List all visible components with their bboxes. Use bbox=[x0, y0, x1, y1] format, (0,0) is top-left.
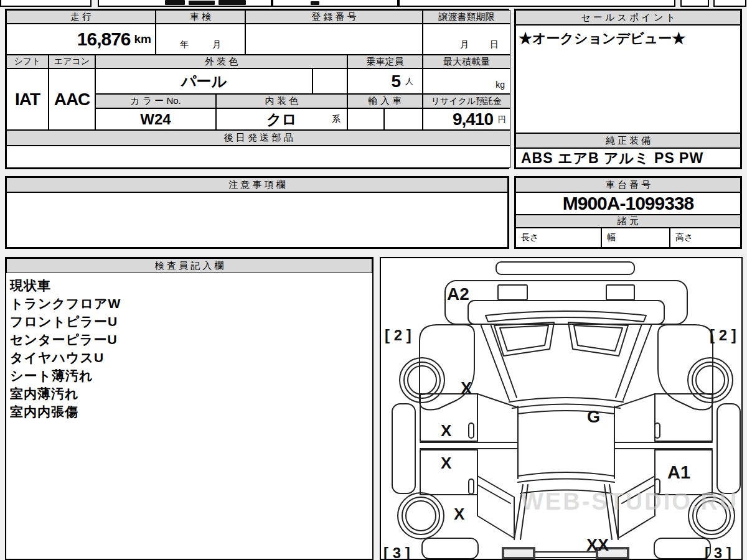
equipment-header-label: 純 正 装 備 bbox=[606, 135, 651, 147]
windshield-pane-right bbox=[568, 322, 628, 356]
front-left-wheel bbox=[400, 358, 444, 403]
sales-point-header: セ ー ル ス ポ イ ン ト bbox=[515, 10, 741, 25]
damage-label-xx-rear: XX bbox=[586, 536, 609, 555]
mileage-unit: km bbox=[134, 32, 151, 46]
auction-sheet: 走 行 車 検 登 録 番 号 譲渡書類期限 16,876 km 年 月 月 日… bbox=[0, 0, 747, 560]
import-cell-a bbox=[347, 108, 384, 130]
max-load-header: 最大積載量 bbox=[423, 55, 510, 68]
mileage-header: 走 行 bbox=[6, 10, 156, 24]
aircon-header: エアコン bbox=[49, 55, 95, 68]
recycle-fee-cell: 9,410 円 bbox=[423, 108, 510, 130]
cowl-lines bbox=[509, 398, 623, 408]
color-no-cell: W24 bbox=[95, 108, 216, 130]
damage-label-a2: A2 bbox=[447, 284, 469, 304]
front-right-wheel bbox=[688, 358, 733, 403]
damage-label-x-front-door: X bbox=[441, 421, 451, 441]
interior-color-header: 内 装 色 bbox=[216, 94, 347, 108]
later-parts-header: 後 日 発 送 部 品 bbox=[6, 130, 510, 146]
capacity-unit: 人 bbox=[405, 76, 413, 87]
inspector-header: 検 査 員 記 入 欄 bbox=[6, 258, 372, 273]
clipped-text-fragment bbox=[189, 1, 215, 5]
inspector-item: 室内薄汚れ bbox=[10, 385, 369, 403]
door-top-lines bbox=[477, 394, 655, 408]
grade-label-rear-left: [ 3 ] bbox=[383, 544, 410, 560]
watermark: WEB-STUDIO.RU bbox=[521, 488, 738, 515]
spec-height-cell: 高さ bbox=[670, 228, 741, 248]
inspector-item: トランクフロアW bbox=[10, 294, 369, 312]
rear-bumper-corner-right bbox=[654, 538, 710, 559]
rear-quarter-left bbox=[477, 476, 514, 538]
damage-label-g-hood: G bbox=[587, 408, 600, 427]
shift-value: IAT bbox=[15, 90, 40, 110]
aircon-cell: AAC bbox=[49, 68, 95, 130]
tail-lamp-left bbox=[503, 548, 534, 558]
clipped-text-fragment bbox=[218, 0, 246, 5]
inspector-block: 検 査 員 記 入 欄 現状車 トランクフロアW フロントピラーU センターピラ… bbox=[5, 257, 374, 560]
clipped-cell bbox=[680, 0, 709, 7]
notes-header-label: 注 意 事 項 欄 bbox=[228, 179, 286, 191]
transfer-deadline-header: 譲渡書類期限 bbox=[423, 10, 510, 24]
shift-header-label: シフト bbox=[14, 56, 41, 67]
transfer-deadline-cell: 月 日 bbox=[423, 24, 510, 55]
interior-color-value: クロ bbox=[266, 110, 297, 129]
door-sill-bars bbox=[420, 442, 712, 449]
registration-cell bbox=[245, 24, 423, 55]
specs-header: 諸 元 bbox=[515, 215, 741, 228]
door-handle-mark bbox=[469, 479, 474, 494]
roof-panel bbox=[496, 262, 634, 274]
inspector-item: センターピラーU bbox=[10, 330, 369, 348]
inspector-header-label: 検 査 員 記 入 欄 bbox=[155, 260, 224, 272]
chassis-header: 車 台 番 号 bbox=[515, 177, 741, 192]
color-no-header-label: カ ラ ー No. bbox=[130, 95, 181, 107]
recycle-fee-unit: 円 bbox=[498, 114, 506, 125]
equipment-header: 純 正 装 備 bbox=[515, 133, 741, 148]
clipped-text-fragment bbox=[165, 0, 185, 5]
left-sill bbox=[392, 404, 415, 493]
rear-bumper-corner-left bbox=[422, 538, 478, 559]
capacity-header-label: 乗車定員 bbox=[367, 56, 404, 68]
clipped-cell bbox=[272, 0, 398, 7]
shaken-year-label: 年 bbox=[180, 39, 189, 50]
shaken-header-label: 車 検 bbox=[190, 11, 211, 23]
car-diagram-block: WEB-STUDIO.RU A2 [ 2 ] [ 2 ] X G X X A1 … bbox=[380, 257, 743, 560]
a-pillars bbox=[481, 324, 652, 400]
import-cell-b bbox=[384, 108, 423, 130]
mileage-cell: 16,876 km bbox=[6, 24, 156, 55]
damage-label-x-rear-fender: X bbox=[454, 505, 464, 524]
inspector-item: シート薄汚れ bbox=[10, 366, 369, 385]
interior-color-suffix: 系 bbox=[332, 114, 341, 125]
grade-label-front-right: [ 2 ] bbox=[710, 327, 736, 344]
specs-header-label: 諸 元 bbox=[618, 215, 639, 227]
notes-header: 注 意 事 項 欄 bbox=[6, 177, 508, 192]
registration-header: 登 録 番 号 bbox=[245, 10, 423, 24]
later-parts-header-label: 後 日 発 送 部 品 bbox=[224, 132, 293, 144]
spec-length-label: 長さ bbox=[521, 232, 538, 243]
headlight-right bbox=[606, 285, 634, 300]
clipped-cell bbox=[713, 0, 746, 7]
exterior-header-label: 外 装 色 bbox=[205, 56, 238, 68]
capacity-header: 乗車定員 bbox=[347, 55, 423, 68]
aircon-value: AAC bbox=[54, 90, 90, 110]
shift-header: シフト bbox=[6, 55, 49, 68]
capacity-value: 5 bbox=[391, 72, 400, 91]
headlight-left bbox=[498, 285, 527, 300]
grade-label-rear-right: [ 3 ] bbox=[705, 544, 731, 560]
transfer-day-label: 日 bbox=[490, 39, 499, 50]
shaken-month-label: 月 bbox=[212, 39, 221, 50]
inspector-item: 現状車 bbox=[10, 276, 369, 294]
max-load-cell: kg bbox=[423, 68, 510, 94]
registration-header-label: 登 録 番 号 bbox=[311, 11, 357, 23]
door-handle-mark bbox=[655, 423, 660, 438]
clipped-cell bbox=[98, 0, 272, 7]
sales-point-text: ★オークションデビュー★ bbox=[519, 29, 685, 48]
windshield-molding bbox=[486, 311, 646, 322]
sales-point-block: セ ー ル ス ポ イ ン ト ★オークションデビュー★ 純 正 装 備 ABS… bbox=[514, 9, 742, 169]
recycle-fee-header: リサイクル預託金 bbox=[423, 94, 510, 108]
right-sill bbox=[717, 404, 740, 493]
transfer-month-label: 月 bbox=[460, 39, 469, 50]
rear-seat-lines bbox=[518, 472, 614, 482]
shaken-cell: 年 月 bbox=[156, 24, 245, 55]
exterior-color-header: 外 装 色 bbox=[95, 55, 347, 68]
windshield-pane-left bbox=[494, 322, 554, 356]
door-handle-mark bbox=[469, 423, 474, 438]
